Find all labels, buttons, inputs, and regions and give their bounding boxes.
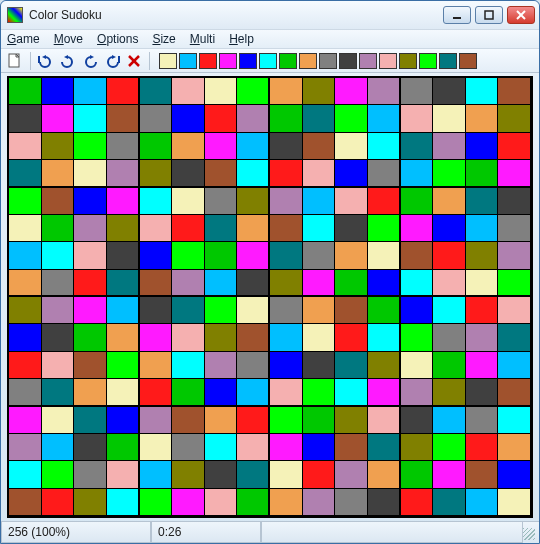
cell[interactable] xyxy=(140,407,173,434)
cell[interactable] xyxy=(74,105,107,132)
cell[interactable] xyxy=(335,242,368,269)
cell[interactable] xyxy=(42,215,75,242)
cell[interactable] xyxy=(433,489,466,516)
cell[interactable] xyxy=(205,215,238,242)
cell[interactable] xyxy=(466,352,499,379)
cell[interactable] xyxy=(368,105,401,132)
cell[interactable] xyxy=(401,242,434,269)
cell[interactable] xyxy=(205,352,238,379)
cell[interactable] xyxy=(9,78,42,105)
menu-size[interactable]: Size xyxy=(152,32,175,46)
cell[interactable] xyxy=(270,297,303,324)
cell[interactable] xyxy=(140,352,173,379)
cell[interactable] xyxy=(498,324,531,351)
cell[interactable] xyxy=(498,489,531,516)
cell[interactable] xyxy=(433,407,466,434)
cell[interactable] xyxy=(303,105,336,132)
cell[interactable] xyxy=(140,242,173,269)
cell[interactable] xyxy=(466,297,499,324)
cell[interactable] xyxy=(42,407,75,434)
cell[interactable] xyxy=(9,188,42,215)
cell[interactable] xyxy=(107,215,140,242)
cell[interactable] xyxy=(368,434,401,461)
cell[interactable] xyxy=(205,270,238,297)
cell[interactable] xyxy=(270,78,303,105)
cell[interactable] xyxy=(74,379,107,406)
cell[interactable] xyxy=(335,324,368,351)
cell[interactable] xyxy=(368,133,401,160)
cell[interactable] xyxy=(172,489,205,516)
cell[interactable] xyxy=(368,297,401,324)
cell[interactable] xyxy=(270,215,303,242)
cell[interactable] xyxy=(74,407,107,434)
cell[interactable] xyxy=(270,133,303,160)
cell[interactable] xyxy=(270,242,303,269)
cell[interactable] xyxy=(401,105,434,132)
cell[interactable] xyxy=(433,105,466,132)
cell[interactable] xyxy=(433,215,466,242)
cell[interactable] xyxy=(270,160,303,187)
cell[interactable] xyxy=(466,489,499,516)
cell[interactable] xyxy=(237,188,270,215)
cell[interactable] xyxy=(466,160,499,187)
cell[interactable] xyxy=(466,434,499,461)
cell[interactable] xyxy=(498,160,531,187)
cell[interactable] xyxy=(140,297,173,324)
cell[interactable] xyxy=(335,352,368,379)
new-icon[interactable] xyxy=(5,51,25,71)
cell[interactable] xyxy=(42,160,75,187)
cell[interactable] xyxy=(401,379,434,406)
cell[interactable] xyxy=(140,215,173,242)
cell[interactable] xyxy=(368,160,401,187)
cell[interactable] xyxy=(42,434,75,461)
cell[interactable] xyxy=(237,78,270,105)
cell[interactable] xyxy=(466,324,499,351)
cell[interactable] xyxy=(335,78,368,105)
cell[interactable] xyxy=(140,379,173,406)
cell[interactable] xyxy=(74,324,107,351)
undo-all-icon[interactable] xyxy=(36,51,56,71)
cell[interactable] xyxy=(172,379,205,406)
menu-game[interactable]: Game xyxy=(7,32,40,46)
menu-move[interactable]: Move xyxy=(54,32,83,46)
cell[interactable] xyxy=(368,270,401,297)
cell[interactable] xyxy=(270,188,303,215)
palette-swatch-7[interactable] xyxy=(299,53,317,69)
cell[interactable] xyxy=(42,297,75,324)
minimize-button[interactable] xyxy=(443,6,471,24)
cell[interactable] xyxy=(401,133,434,160)
cell[interactable] xyxy=(205,407,238,434)
cell[interactable] xyxy=(433,324,466,351)
cell[interactable] xyxy=(466,379,499,406)
cell[interactable] xyxy=(237,461,270,488)
cell[interactable] xyxy=(172,215,205,242)
cell[interactable] xyxy=(9,270,42,297)
cell[interactable] xyxy=(140,324,173,351)
undo-icon[interactable] xyxy=(58,51,78,71)
cell[interactable] xyxy=(74,489,107,516)
palette-swatch-0[interactable] xyxy=(159,53,177,69)
cell[interactable] xyxy=(42,324,75,351)
cell[interactable] xyxy=(74,242,107,269)
cell[interactable] xyxy=(172,407,205,434)
redo-icon[interactable] xyxy=(80,51,100,71)
cell[interactable] xyxy=(270,379,303,406)
cell[interactable] xyxy=(498,297,531,324)
cell[interactable] xyxy=(74,434,107,461)
cell[interactable] xyxy=(270,270,303,297)
cell[interactable] xyxy=(466,461,499,488)
cell[interactable] xyxy=(74,297,107,324)
cell[interactable] xyxy=(237,407,270,434)
palette-swatch-13[interactable] xyxy=(419,53,437,69)
cell[interactable] xyxy=(498,215,531,242)
cell[interactable] xyxy=(270,407,303,434)
cell[interactable] xyxy=(107,105,140,132)
cell[interactable] xyxy=(303,324,336,351)
cell[interactable] xyxy=(172,324,205,351)
cell[interactable] xyxy=(368,489,401,516)
cell[interactable] xyxy=(466,78,499,105)
cell[interactable] xyxy=(9,133,42,160)
palette-swatch-10[interactable] xyxy=(359,53,377,69)
cell[interactable] xyxy=(368,215,401,242)
palette-swatch-14[interactable] xyxy=(439,53,457,69)
